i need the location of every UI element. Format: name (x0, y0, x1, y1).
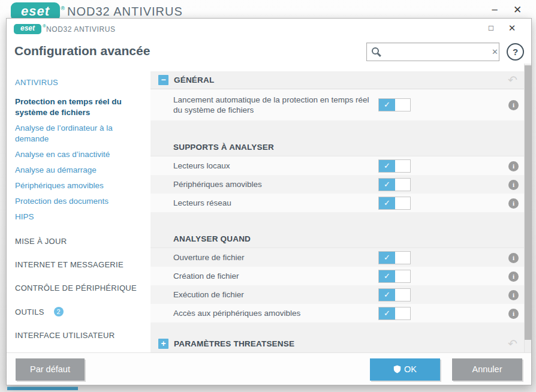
setting-label: Lecteurs réseau (173, 198, 377, 208)
notification-badge: 2 (54, 307, 64, 316)
cancel-button[interactable]: Annuler (452, 358, 522, 381)
toggle-check-icon: ✓ (379, 252, 395, 264)
scrollbar-track[interactable] (524, 64, 531, 352)
toggle-switch[interactable]: ✓ (378, 197, 411, 210)
dialog-footer: Par défaut OK Annuler (7, 352, 531, 385)
setting-row: Lecteurs locaux ✓ i (150, 156, 525, 175)
toggle-check-icon: ✓ (379, 289, 395, 301)
setting-row: Périphériques amovibles ✓ i (150, 175, 525, 194)
search-icon (372, 47, 379, 55)
info-icon[interactable]: i (508, 161, 519, 171)
setting-label: Ouverture de fichier (173, 252, 377, 263)
setting-label: Lancement automatique de la protection e… (173, 95, 377, 115)
info-icon[interactable]: i (508, 253, 519, 263)
section-title: GÉNÉRAL (174, 76, 214, 85)
toggle-switch[interactable]: ✓ (378, 270, 411, 283)
section-title: PARAMÈTRES THREATSENSE (174, 339, 294, 348)
clear-search-icon[interactable]: ✕ (492, 47, 498, 56)
dialog-window-title: NOD32 ANTIVIRUS (46, 25, 116, 34)
setting-row: Exécution de fichier ✓ i (150, 285, 525, 304)
setting-label: Création de fichier (173, 271, 377, 281)
info-icon[interactable]: i (508, 272, 519, 282)
sidebar-item-protection-documents[interactable]: Protection des documents (15, 196, 136, 207)
uac-shield-icon (393, 365, 401, 373)
toggle-switch[interactable]: ✓ (378, 178, 411, 191)
setting-row: Création de fichier ✓ i (150, 267, 525, 285)
undo-icon[interactable]: ↶ (508, 74, 517, 86)
sidebar: ANTIVIRUS Protection en temps réel du sy… (7, 70, 150, 352)
section-header-supports: SUPPORTS À ANALYSER (150, 138, 525, 156)
settings-panel: − GÉNÉRAL ↶ Lancement automatique de la … (150, 71, 525, 353)
ok-button-label: OK (404, 364, 417, 374)
section-title: ANALYSER QUAND (173, 234, 251, 243)
info-icon[interactable]: i (508, 100, 519, 110)
sidebar-item-analyse-demande[interactable]: Analyse de l’ordinateur à la demande (15, 123, 136, 144)
sidebar-item-interface-utilisateur[interactable]: INTERFACE UTILISATEUR (15, 331, 150, 340)
setting-row: Accès aux périphériques amovibles ✓ i (150, 304, 525, 322)
eset-logo-text: eset (21, 4, 50, 19)
advanced-setup-dialog: eset ® NOD32 ANTIVIRUS □ ✕ Configuration… (6, 18, 532, 385)
screen: eset ® NOD32 ANTIVIRUS − ✕ eset ® NOD32 … (0, 0, 536, 392)
sidebar-item-mise-a-jour[interactable]: MISE À JOUR (15, 237, 150, 246)
sidebar-item-label: OUTILS (15, 307, 44, 316)
default-button[interactable]: Par défaut (16, 358, 85, 381)
section-header-analyser-quand: ANALYSER QUAND (150, 230, 525, 248)
toggle-check-icon: ✓ (379, 99, 395, 111)
toggle-check-icon: ✓ (379, 197, 395, 209)
background-progress-bar (7, 387, 78, 390)
sidebar-item-outils[interactable]: OUTILS 2 (15, 307, 150, 316)
ok-button[interactable]: OK (370, 358, 440, 381)
help-icon[interactable]: ? (507, 43, 524, 61)
section-header-threatsense[interactable]: + PARAMÈTRES THREATSENSE ↶ (150, 335, 525, 353)
toggle-switch[interactable]: ✓ (378, 98, 411, 111)
setting-label: Exécution de fichier (173, 290, 377, 300)
search-input[interactable] (383, 44, 488, 60)
setting-label: Périphériques amovibles (173, 179, 377, 189)
setting-row: Ouverture de fichier ✓ i (150, 248, 525, 267)
toggle-check-icon: ✓ (379, 160, 395, 172)
maximize-button[interactable]: □ (483, 21, 499, 35)
sidebar-item-peripheriques-amovibles[interactable]: Périphériques amovibles (15, 180, 136, 191)
sidebar-item-controle-peripherique[interactable]: CONTRÔLE DE PÉRIPHÉRIQUE (15, 284, 150, 293)
close-button[interactable]: ✕ (504, 21, 520, 35)
eset-logo-text: eset (20, 24, 35, 32)
sidebar-item-analyse-inactivite[interactable]: Analyse en cas d’inactivité (15, 149, 136, 160)
setting-row: Lancement automatique de la protection e… (150, 89, 525, 120)
toggle-switch[interactable]: ✓ (378, 288, 411, 301)
scrollbar-thumb[interactable] (525, 65, 531, 340)
toggle-switch[interactable]: ✓ (378, 307, 411, 320)
close-button-background[interactable]: ✕ (508, 3, 526, 17)
toggle-switch[interactable]: ✓ (378, 251, 411, 264)
setting-row: Lecteurs réseau ✓ i (150, 194, 525, 212)
sidebar-item-protection-temps-reel[interactable]: Protection en temps réel du système de f… (15, 97, 136, 118)
minimize-button[interactable]: − (486, 3, 504, 17)
toggle-check-icon: ✓ (379, 270, 395, 282)
info-icon[interactable]: i (508, 290, 519, 300)
sidebar-item-internet-messagerie[interactable]: INTERNET ET MESSAGERIE (15, 260, 150, 269)
section-gap (150, 120, 525, 138)
section-gap (150, 322, 525, 335)
search-box: ✕ (366, 43, 499, 61)
eset-logo: eset ® (14, 24, 41, 34)
setting-label: Lecteurs locaux (173, 161, 377, 171)
collapse-icon[interactable]: − (158, 75, 168, 85)
info-icon[interactable]: i (508, 198, 519, 209)
toggle-check-icon: ✓ (379, 179, 395, 191)
setting-label: Accès aux périphériques amovibles (173, 308, 377, 318)
expand-icon[interactable]: + (158, 339, 168, 349)
toggle-check-icon: ✓ (379, 307, 395, 319)
registered-mark: ® (61, 0, 65, 17)
section-title: SUPPORTS À ANALYSER (173, 143, 274, 152)
sidebar-item-analyse-demarrage[interactable]: Analyse au démarrage (15, 165, 136, 176)
info-icon[interactable]: i (508, 309, 519, 319)
undo-icon[interactable]: ↶ (508, 338, 517, 349)
toggle-switch[interactable]: ✓ (378, 159, 411, 173)
section-gap (150, 212, 525, 230)
background-window-title: NOD32 ANTIVIRUS (67, 5, 183, 19)
sidebar-item-antivirus[interactable]: ANTIVIRUS (15, 78, 150, 87)
info-icon[interactable]: i (508, 180, 519, 190)
sidebar-item-hips[interactable]: HIPS (15, 212, 136, 222)
section-header-general[interactable]: − GÉNÉRAL ↶ (150, 71, 525, 89)
page-title: Configuration avancée (14, 44, 150, 58)
